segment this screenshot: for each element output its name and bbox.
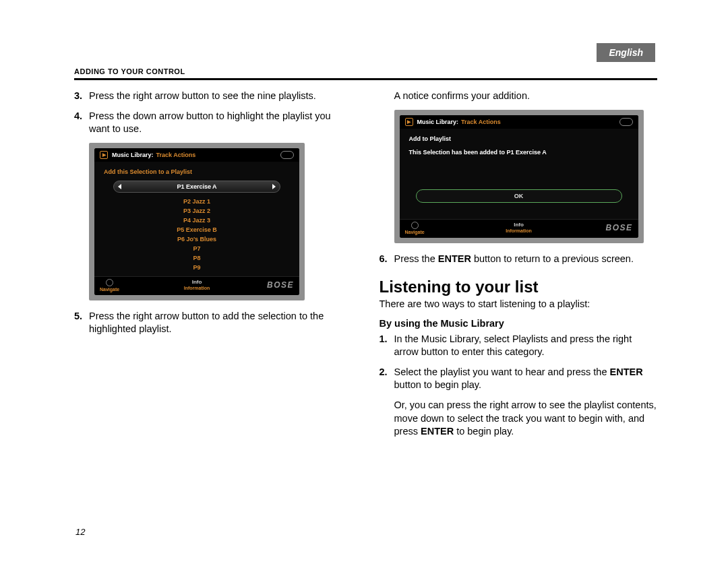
step-number: 4. [74,110,89,136]
ui-playlist-list: P2 Jazz 1 P3 Jazz 2 P4 Jazz 3 P5 Exercis… [101,197,293,272]
step-3: 3. Press the right arrow button to see t… [74,90,353,103]
right-column: A notice confirms your addition. ▶ Music… [380,90,658,445]
footer-label: Information [184,286,210,290]
info-icon: Info [514,222,524,228]
section-rule [74,78,657,80]
section-header: Adding to Your Control [74,67,657,75]
step-5: 5. Press the right arrow button to add t… [74,310,353,336]
step-number: 2. [380,366,394,392]
two-column-layout: 3. Press the right arrow button to see t… [74,90,657,445]
brand-logo: BOSE [605,223,632,232]
document-page: English Adding to Your Control 3. Press … [0,0,728,574]
step-text: Select the playlist you want to hear and… [394,366,658,392]
step-6: 6. Press the ENTER button to return to a… [380,253,658,266]
ui-screen: ▶ Music Library: Track Actions Add to Pl… [400,115,638,238]
info-icon: Info [192,280,202,285]
ui-title-prefix: Music Library: [112,152,154,158]
or-paragraph: Or, you can press the right arrow to see… [380,399,658,439]
titlebar-oval-icon [619,118,633,126]
footer-label: Information [506,228,532,233]
ui-selected-row: P1 Exercise A [113,181,280,193]
list-item: P7 [101,244,293,253]
play-icon: ▶ [100,151,108,159]
footer-info: Info Information [506,222,532,233]
notice-text: A notice confirms your addition. [380,90,658,103]
step-number: 3. [74,90,89,103]
step-number: 1. [380,333,394,359]
step-text: Press the ENTER button to return to a pr… [394,253,658,266]
footer-label: Navigate [100,287,119,292]
ui-titlebar: ▶ Music Library: Track Actions [400,115,638,129]
list-item: P5 Exercise B [101,225,293,234]
step-number: 6. [380,253,394,266]
left-column: 3. Press the right arrow button to see t… [74,90,353,445]
list-item: P9 [101,263,293,272]
brand-logo: BOSE [267,280,294,290]
ui-screenshot-confirmation: ▶ Music Library: Track Actions Add to Pl… [394,110,644,243]
ui-body: Add this Selection to a Playlist P1 Exer… [94,162,299,276]
step-text: In the Music Library, select Playlists a… [394,333,658,359]
ui-screen: ▶ Music Library: Track Actions Add this … [94,148,299,295]
footer-navigate: Navigate [100,279,119,292]
navigate-icon [106,279,113,286]
ui-footer: Navigate Info Information BOSE [94,276,299,295]
step-4: 4. Press the down arrow button to highli… [74,110,353,136]
list-item: P8 [101,253,293,263]
step-text: Press the right arrow button to see the … [89,90,353,103]
step-number: 5. [74,310,89,336]
heading-listening: Listening to your list [380,278,658,296]
navigate-icon [411,222,419,229]
list-item: P6 Jo's Blues [101,234,293,244]
listen-step-2: 2. Select the playlist you want to hear … [380,366,658,392]
listen-step-1: 1. In the Music Library, select Playlist… [380,333,658,359]
step-text: Press the down arrow button to highlight… [89,110,353,136]
titlebar-oval-icon [280,151,294,159]
footer-navigate: Navigate [405,222,425,234]
ok-button: OK [416,189,622,203]
ui-confirmation-message: This Selection has been added to P1 Exer… [409,149,629,156]
ui-title-section: Track Actions [156,152,196,158]
language-tab: English [597,43,655,62]
play-icon: ▶ [405,118,413,126]
ui-subtitle: Add to Playlist [409,135,632,142]
ui-screenshot-add-playlist: ▶ Music Library: Track Actions Add this … [89,143,305,300]
ui-title-section: Track Actions [461,119,501,125]
list-item: P3 Jazz 2 [101,206,293,216]
ui-titlebar: ▶ Music Library: Track Actions [94,148,299,162]
intro-text: There are two ways to start listening to… [380,298,658,311]
footer-info: Info Information [184,280,210,290]
ui-title-prefix: Music Library: [417,119,459,125]
page-number: 12 [75,527,85,537]
list-item: P4 Jazz 3 [101,216,293,225]
footer-label: Navigate [405,230,425,234]
subheading-music-library: By using the Music Library [380,318,658,329]
step-text: Press the right arrow button to add the … [89,310,353,336]
ui-subtitle: Add this Selection to a Playlist [104,168,293,175]
ui-footer: Navigate Info Information BOSE [400,219,638,238]
ui-body: Add to Playlist This Selection has been … [400,129,638,219]
list-item: P2 Jazz 1 [101,197,293,206]
